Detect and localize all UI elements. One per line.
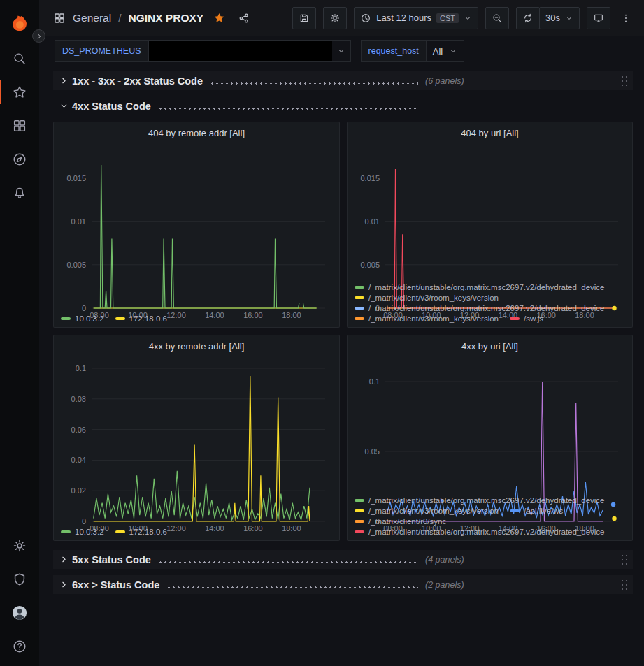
panel-title[interactable]: 404 by uri [All]: [355, 125, 625, 142]
legend-item[interactable]: /_matrix/client/v3/room_keys/version: [355, 507, 499, 515]
legend-swatch: [115, 317, 125, 320]
sidebar-item-search[interactable]: [0, 42, 39, 75]
row-header-5xx[interactable]: 5xx Status Code (4 panels): [53, 550, 633, 569]
row-title: 4xx Status Code: [72, 101, 151, 112]
time-series-chart[interactable]: 00.050.108:0010:0012:0014:0016:0018:00: [355, 355, 625, 494]
favorite-star-icon[interactable]: [213, 12, 225, 24]
zoom-out-icon: [492, 13, 503, 24]
legend-item[interactable]: 10.0.3.2: [61, 528, 104, 536]
chevron-down-icon: [337, 47, 345, 55]
variable-value-request-host[interactable]: All: [426, 40, 464, 62]
time-series-chart[interactable]: 00.0050.010.01508:0010:0012:0014:0016:00…: [355, 142, 625, 281]
gear-icon: [12, 538, 27, 553]
svg-text:0.015: 0.015: [360, 174, 380, 182]
topbar: General / NGINX PROXY Last 12 hours CST: [39, 0, 644, 36]
sidebar-item-alerting[interactable]: [0, 176, 39, 210]
svg-text:0.1: 0.1: [369, 377, 380, 386]
legend-item[interactable]: /_matrix/client/unstable/org.matrix.msc2…: [355, 496, 605, 505]
legend-label: /_matrix/client/unstable/org.matrix.msc2…: [368, 304, 605, 312]
svg-text:0.005: 0.005: [66, 261, 86, 269]
row-drag-handle[interactable]: [620, 75, 628, 87]
chevron-down-icon: [59, 101, 69, 110]
legend-swatch: [61, 317, 71, 320]
time-range-label: Last 12 hours: [376, 13, 431, 23]
panel-404-by-uri: 404 by uri [All] 00.0050.010.01508:0010:…: [347, 122, 633, 328]
legend-swatch: [355, 317, 364, 320]
chevron-right-icon: [59, 580, 69, 589]
variable-value-ds-prometheus[interactable]: [148, 40, 351, 62]
time-range-picker[interactable]: Last 12 hours CST: [354, 7, 478, 29]
variable-label-request-host: request_host: [361, 40, 427, 62]
sidebar-item-help[interactable]: [0, 630, 39, 663]
svg-text:0.015: 0.015: [66, 174, 86, 182]
chevron-down-icon: [449, 47, 457, 55]
row-leader-dots: [158, 561, 418, 563]
legend-label: 10.0.3.2: [75, 314, 104, 323]
legend-item[interactable]: 172.18.0.6: [115, 528, 167, 536]
star-icon: [12, 85, 27, 100]
tv-icon: [593, 13, 604, 24]
sidebar-item-dashboards[interactable]: [0, 109, 39, 143]
sidebar-expand-button[interactable]: [32, 29, 45, 43]
svg-text:0.06: 0.06: [71, 426, 86, 434]
row-header-1xx-3xx-2xx[interactable]: 1xx - 3xx - 2xx Status Code (6 panels): [53, 71, 633, 90]
legend-item[interactable]: 10.0.3.2: [61, 314, 104, 323]
legend-item[interactable]: 172.18.0.6: [115, 314, 167, 323]
dashboards-icon: [12, 118, 27, 133]
row-header-4xx[interactable]: 4xx Status Code: [53, 96, 633, 115]
share-icon[interactable]: [238, 12, 250, 24]
legend-item[interactable]: /_matrix/client/r0/sync: [355, 517, 446, 526]
svg-text:0.01: 0.01: [365, 217, 380, 226]
more-options-button[interactable]: [617, 7, 634, 29]
row-drag-handle[interactable]: [620, 553, 628, 565]
alerting-icon: [12, 185, 27, 201]
legend-item[interactable]: /sw.js: [510, 314, 543, 323]
chevron-down-icon: [565, 14, 573, 22]
sidebar-expand-icon: [36, 33, 43, 40]
row-title: 6xx > Status Code: [72, 579, 159, 591]
refresh-button[interactable]: [516, 7, 540, 29]
legend-item[interactable]: /_matrix/client/v3/room_keys/version: [355, 294, 499, 302]
time-series-chart[interactable]: 00.020.040.060.080.108:0010:0012:0014:00…: [61, 355, 332, 526]
row-header-6xx[interactable]: 6xx > Status Code (2 panels): [53, 575, 633, 594]
explore-icon: [12, 152, 27, 167]
avatar: [12, 605, 27, 621]
legend-item[interactable]: /api/live/ws: [510, 507, 563, 515]
clock-icon: [360, 13, 371, 24]
dashboard-settings-button[interactable]: [323, 7, 347, 29]
legend-swatch: [355, 286, 364, 289]
sidebar-item-configuration[interactable]: [0, 529, 39, 563]
tv-mode-button[interactable]: [587, 7, 610, 29]
page-title: NGINX PROXY: [128, 12, 203, 24]
grafana-logo-icon: [9, 13, 30, 34]
panel-title[interactable]: 4xx by remote addr [All]: [61, 338, 332, 355]
zoom-out-time-button[interactable]: [485, 7, 509, 29]
svg-text:0: 0: [82, 304, 86, 312]
panel-title[interactable]: 404 by remote addr [All]: [61, 125, 332, 142]
legend-swatch: [355, 296, 364, 299]
variable-label-ds-prometheus: DS_PROMETHEUS: [55, 40, 149, 62]
legend-item[interactable]: /_matrix/client/v3/room_keys/version: [355, 314, 499, 323]
legend-item[interactable]: /_matrix/client/unstable/org.matrix.msc2…: [355, 528, 605, 536]
refresh-interval-dropdown[interactable]: 30s: [539, 7, 580, 29]
refresh-interval-label: 30s: [545, 13, 560, 23]
row-title: 1xx - 3xx - 2xx Status Code: [72, 75, 203, 87]
sidebar-item-starred[interactable]: [0, 75, 39, 109]
row-title: 5xx Status Code: [72, 554, 151, 565]
legend-item[interactable]: /_matrix/client/unstable/org.matrix.msc2…: [355, 283, 605, 291]
time-series-chart[interactable]: 00.0050.010.01508:0010:0012:0014:0016:00…: [61, 142, 332, 312]
legend-label: /_matrix/client/r0/sync: [368, 517, 446, 526]
save-dashboard-button[interactable]: [292, 7, 316, 29]
row-drag-handle[interactable]: [620, 579, 628, 591]
chart-legend: /_matrix/client/unstable/org.matrix.msc2…: [355, 496, 625, 536]
svg-text:0.02: 0.02: [71, 486, 86, 495]
sidebar-item-server-admin[interactable]: [0, 563, 39, 596]
panel-title[interactable]: 4xx by uri [All]: [355, 338, 625, 355]
sidebar-item-explore[interactable]: [0, 143, 39, 176]
legend-item[interactable]: /_matrix/client/unstable/org.matrix.msc2…: [355, 304, 605, 312]
sidebar-item-profile[interactable]: [0, 596, 39, 630]
apps-grid-icon: [53, 12, 66, 24]
legend-swatch: [61, 530, 71, 533]
breadcrumb[interactable]: General: [73, 12, 111, 24]
panel-4xx-by-uri: 4xx by uri [All] 00.050.108:0010:0012:00…: [347, 335, 633, 541]
